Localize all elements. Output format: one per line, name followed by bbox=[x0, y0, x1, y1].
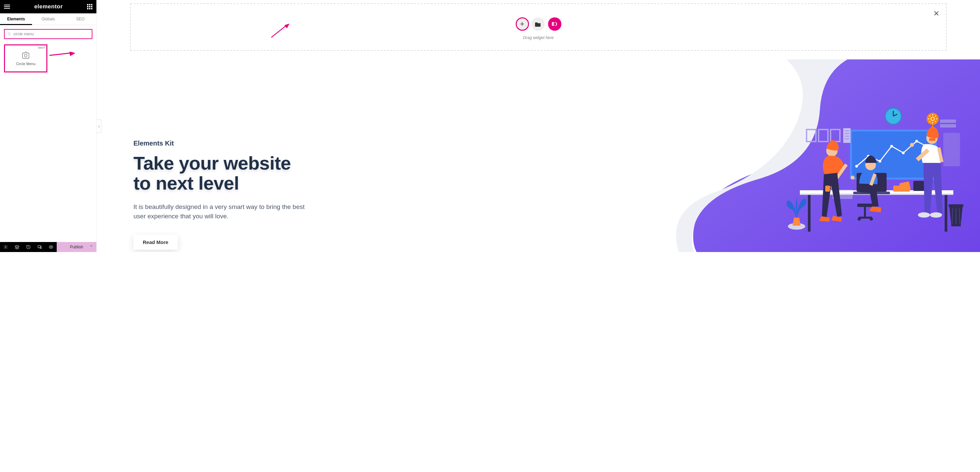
tab-elements[interactable]: Elements bbox=[0, 13, 32, 25]
svg-point-0 bbox=[8, 33, 10, 35]
svg-point-2 bbox=[5, 246, 6, 248]
layers-icon bbox=[15, 245, 19, 249]
svg-point-58 bbox=[851, 175, 854, 180]
svg-rect-41 bbox=[913, 181, 924, 191]
search-input[interactable] bbox=[13, 32, 89, 37]
svg-rect-52 bbox=[857, 204, 873, 207]
svg-point-1 bbox=[24, 54, 27, 57]
plus-icon: + bbox=[520, 20, 524, 29]
menu-icon[interactable] bbox=[4, 5, 10, 9]
history-icon bbox=[26, 245, 31, 249]
hero-kicker: Elements Kit bbox=[134, 140, 307, 147]
svg-rect-60 bbox=[929, 138, 935, 141]
svg-rect-20 bbox=[807, 129, 816, 142]
panel-body: EKIT Circle Menu bbox=[0, 25, 96, 77]
hero-title-line2: to next level bbox=[134, 172, 239, 194]
tab-globals[interactable]: Globals bbox=[32, 13, 64, 25]
svg-rect-53 bbox=[864, 207, 866, 217]
svg-point-54 bbox=[858, 217, 861, 221]
preview-button[interactable] bbox=[45, 242, 57, 252]
panel-collapse-toggle[interactable] bbox=[97, 120, 102, 133]
svg-point-11 bbox=[890, 145, 893, 148]
chevron-up-icon[interactable]: ⌃ bbox=[90, 245, 93, 249]
hero-title-line1: Take your website bbox=[134, 153, 291, 174]
ekit-library-button[interactable] bbox=[548, 18, 562, 31]
search-widgets[interactable] bbox=[4, 29, 92, 39]
editor-canvas: ✕ + Drag widget here bbox=[97, 0, 980, 252]
history-button[interactable] bbox=[23, 242, 34, 252]
publish-label: Publish bbox=[70, 245, 83, 249]
circle-menu-icon bbox=[21, 51, 30, 59]
svg-point-12 bbox=[902, 151, 905, 154]
panel-header: elementor bbox=[0, 0, 96, 13]
svg-rect-16 bbox=[940, 124, 956, 128]
hero-copy: Elements Kit Take your website to next l… bbox=[134, 140, 307, 250]
widgets-grid-icon[interactable] bbox=[87, 4, 92, 10]
ekit-icon bbox=[551, 21, 558, 27]
read-more-button[interactable]: Read More bbox=[134, 234, 178, 250]
hero-section: Elements Kit Take your website to next l… bbox=[97, 59, 980, 252]
svg-rect-22 bbox=[830, 129, 840, 142]
elementor-panel: elementor Elements Globals SEO EKIT Circ… bbox=[0, 0, 97, 252]
widget-source-badge: EKIT bbox=[38, 46, 45, 49]
svg-rect-23 bbox=[843, 128, 851, 143]
svg-point-8 bbox=[855, 165, 858, 167]
widget-label: Circle Menu bbox=[16, 62, 36, 66]
add-section-button[interactable]: + bbox=[516, 18, 529, 31]
svg-point-62 bbox=[910, 143, 914, 147]
tab-seo[interactable]: SEO bbox=[64, 13, 96, 25]
panel-footer: Publish ⌃ bbox=[0, 242, 96, 252]
new-section-dropzone[interactable]: ✕ + Drag widget here bbox=[130, 3, 947, 51]
dropzone-controls: + Drag widget here bbox=[131, 18, 946, 40]
svg-point-55 bbox=[870, 217, 873, 221]
elementor-logo: elementor bbox=[34, 3, 63, 10]
responsive-button[interactable] bbox=[34, 242, 45, 252]
widget-circle-menu[interactable]: EKIT Circle Menu bbox=[4, 45, 48, 72]
devices-icon bbox=[37, 245, 42, 249]
folder-icon bbox=[535, 22, 541, 27]
svg-point-65 bbox=[930, 212, 942, 218]
hero-description: It is beautifully designed in a very sma… bbox=[134, 202, 307, 221]
svg-rect-19 bbox=[943, 133, 960, 166]
hero-illustration bbox=[786, 106, 973, 240]
hero-title: Take your website to next level bbox=[134, 153, 307, 194]
svg-rect-21 bbox=[819, 129, 828, 142]
eye-icon bbox=[49, 245, 53, 249]
svg-rect-37 bbox=[945, 195, 947, 232]
panel-tabs: Elements Globals SEO bbox=[0, 13, 96, 25]
dropzone-hint: Drag widget here bbox=[523, 35, 554, 40]
svg-point-64 bbox=[918, 212, 930, 218]
svg-rect-36 bbox=[808, 195, 811, 232]
svg-point-5 bbox=[50, 246, 52, 248]
settings-button[interactable] bbox=[0, 242, 11, 252]
svg-rect-15 bbox=[940, 120, 956, 123]
add-template-button[interactable] bbox=[531, 18, 545, 31]
svg-point-13 bbox=[915, 140, 918, 142]
gear-icon bbox=[3, 245, 8, 249]
navigator-button[interactable] bbox=[11, 242, 23, 252]
svg-rect-43 bbox=[949, 204, 963, 207]
dropzone-button-row: + bbox=[516, 18, 562, 31]
svg-point-10 bbox=[878, 160, 881, 163]
search-icon bbox=[7, 32, 11, 36]
close-icon[interactable]: ✕ bbox=[933, 10, 939, 18]
publish-button[interactable]: Publish ⌃ bbox=[57, 242, 96, 252]
